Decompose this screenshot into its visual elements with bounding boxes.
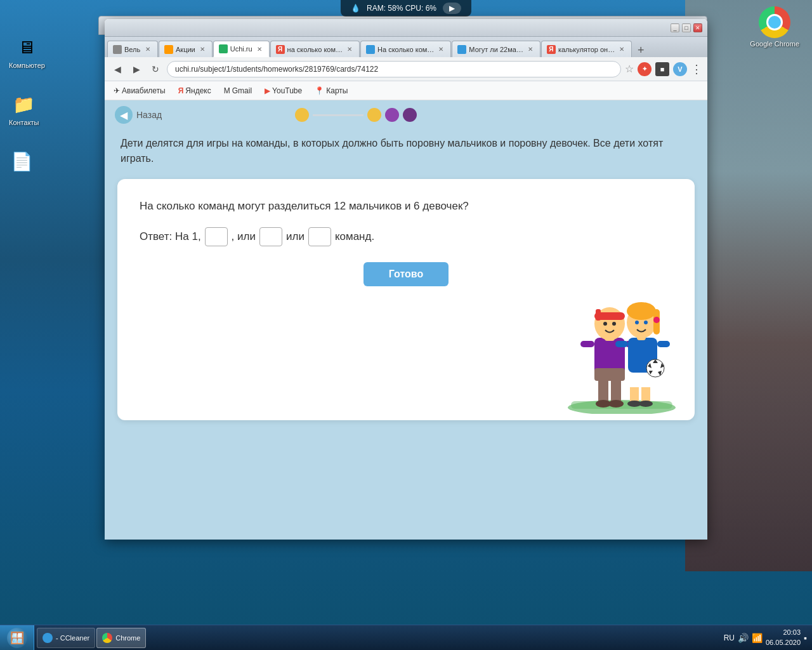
submit-button-label: Готово <box>389 269 423 279</box>
tab-task2-label: На сколько ком… <box>377 46 434 53</box>
tab-uchi-favicon <box>219 44 228 53</box>
taskbar-item-ccleaner[interactable]: - CCleaner <box>37 628 95 648</box>
svg-point-29 <box>644 321 648 324</box>
tab-task3-close[interactable]: ✕ <box>526 45 535 54</box>
bookmark-gmail[interactable]: M Gmail <box>220 84 256 97</box>
page-content: ◀ Назад Дети делятся для игры на команды… <box>105 100 707 540</box>
question-card: На сколько команд могут разделиться 12 м… <box>117 179 695 420</box>
browser-close-btn[interactable]: ✕ <box>693 23 702 32</box>
taskbar: 🪟 - CCleaner Chrome RU 🔊 📶 20:03 06.05.2… <box>0 625 812 650</box>
bookmark-avia[interactable]: ✈ Авиабилеты <box>110 84 169 97</box>
bookmark-star-icon[interactable]: ☆ <box>625 63 634 75</box>
bookmark-gmail-label: Gmail <box>232 86 252 95</box>
progress-dot-2 <box>367 108 381 122</box>
taskbar-ccleaner-label: - CCleaner <box>56 634 89 642</box>
tab-task3[interactable]: Могут ли 22ма… ✕ <box>452 41 540 57</box>
sysinfo-icon: 💧 <box>351 4 360 13</box>
bookmark-avia-label: Авиабилеты <box>122 86 166 95</box>
browser-menu-icon[interactable]: ⋮ <box>691 62 702 76</box>
tab-newtab-favicon <box>113 45 122 54</box>
tab-calc-close[interactable]: ✕ <box>617 45 626 54</box>
kids-illustration <box>561 274 682 414</box>
chrome-icon-label: Google Chrome <box>750 40 799 48</box>
desktop-icon-computer[interactable]: 🖥 Компьютер <box>6 32 48 72</box>
svg-point-19 <box>639 401 653 407</box>
reload-nav-btn[interactable]: ↻ <box>148 62 163 77</box>
start-button[interactable]: 🪟 <box>0 625 34 651</box>
forward-nav-btn[interactable]: ▶ <box>129 62 144 77</box>
tab-uchi[interactable]: Uchi.ru ✕ <box>213 41 270 57</box>
avia-icon: ✈ <box>114 86 120 95</box>
submit-button[interactable]: Готово <box>363 262 449 286</box>
tab-yandex1-label: на сколько ком… <box>287 46 343 53</box>
taskbar-date: 06.05.2020 <box>766 638 801 647</box>
progress-line-1 <box>313 114 363 116</box>
taskbar-show-desktop-icon[interactable]: ▪ <box>804 633 807 643</box>
tab-calc[interactable]: Я калькулятор он… ✕ <box>541 41 632 57</box>
browser-titlebar: _ □ ✕ <box>105 19 707 37</box>
sysinfo-bar: 💧 RAM: 58% CPU: 6% ▶ <box>341 0 471 17</box>
tabs-bar: Вель ✕ Акции ✕ Uchi.ru ✕ Я на сколько ко… <box>105 37 707 57</box>
computer-icon: 🖥 <box>14 34 39 60</box>
svg-point-27 <box>653 317 660 323</box>
new-tab-button[interactable]: + <box>632 43 649 57</box>
back-arrow-icon: ◀ <box>115 106 133 124</box>
progress-dot-4 <box>403 108 417 122</box>
tab-calc-label: калькулятор он… <box>558 46 615 53</box>
tab-newtab-close[interactable]: ✕ <box>143 45 152 54</box>
ccleaner-icon <box>43 633 53 643</box>
tab-aktsii[interactable]: Акции ✕ <box>159 41 213 57</box>
tab-task3-favicon <box>457 45 466 54</box>
desktop-icon-file[interactable]: 📄 <box>6 146 37 178</box>
back-nav-btn[interactable]: ◀ <box>110 62 125 77</box>
answer-input-2[interactable] <box>259 227 282 246</box>
chrome-extension-icon[interactable]: ✦ <box>638 62 652 76</box>
tab-yandex1-close[interactable]: ✕ <box>345 45 354 54</box>
taskbar-item-chrome[interactable]: Chrome <box>96 628 146 648</box>
address-input[interactable] <box>167 61 621 77</box>
desktop-icon-contacts[interactable]: 📁 Контакты <box>6 89 42 129</box>
tab-uchi-close[interactable]: ✕ <box>255 44 264 53</box>
answer-middle2: или <box>286 230 304 243</box>
gmail-icon: M <box>224 86 230 95</box>
back-button[interactable]: ◀ Назад <box>115 106 162 124</box>
browser-maximize-btn[interactable]: □ <box>682 23 691 32</box>
taskbar-lang: RU <box>724 633 735 642</box>
tab-task2[interactable]: На сколько ком… ✕ <box>360 41 451 57</box>
progress-dots <box>295 108 417 122</box>
svg-point-5 <box>608 400 624 408</box>
tab-aktsii-close[interactable]: ✕ <box>198 45 207 54</box>
chrome-circle-icon <box>759 6 790 38</box>
answer-input-3[interactable] <box>308 227 331 246</box>
profile-icon[interactable]: V <box>673 62 687 76</box>
maps-icon: 📍 <box>315 86 324 95</box>
answer-prefix: Ответ: На 1, <box>140 230 201 243</box>
tab-task2-close[interactable]: ✕ <box>436 45 445 54</box>
bookmark-yandex-label: Яндекс <box>185 86 211 95</box>
bookmark-maps-label: Карты <box>326 86 348 95</box>
sysinfo-text: RAM: 58% CPU: 6% <box>367 4 436 13</box>
browser-minimize-btn[interactable]: _ <box>671 23 679 32</box>
chrome-desktop-icon[interactable]: Google Chrome <box>750 6 799 48</box>
answer-input-1[interactable] <box>205 227 228 246</box>
taskbar-chrome-icon <box>102 633 112 643</box>
svg-rect-15 <box>594 368 625 381</box>
tab-newtab[interactable]: Вель ✕ <box>107 41 158 57</box>
bookmark-youtube-label: YouTube <box>272 86 302 95</box>
svg-point-14 <box>612 322 616 326</box>
bookmark-youtube[interactable]: ▶ YouTube <box>261 84 306 97</box>
svg-rect-7 <box>580 341 594 347</box>
start-orb-icon: 🪟 <box>7 628 27 648</box>
sysinfo-button[interactable]: ▶ <box>443 3 461 14</box>
taskbar-clock[interactable]: 20:03 06.05.2020 <box>766 628 801 647</box>
extension-icon-2[interactable]: ■ <box>655 62 669 76</box>
context-text: Дети делятся для игры на команды, в кото… <box>117 129 695 173</box>
bookmark-maps[interactable]: 📍 Карты <box>311 84 351 97</box>
bookmark-yandex[interactable]: Я Яндекс <box>174 84 215 97</box>
taskbar-network-icon: 📶 <box>752 633 763 643</box>
bookmarks-bar: ✈ Авиабилеты Я Яндекс M Gmail ▶ YouTube … <box>105 81 707 100</box>
progress-dot-1 <box>295 108 309 122</box>
tab-yandex1[interactable]: Я на сколько ком… ✕ <box>270 41 360 57</box>
answer-line: Ответ: На 1, , или или команд. <box>140 227 672 246</box>
svg-rect-21 <box>615 341 628 347</box>
